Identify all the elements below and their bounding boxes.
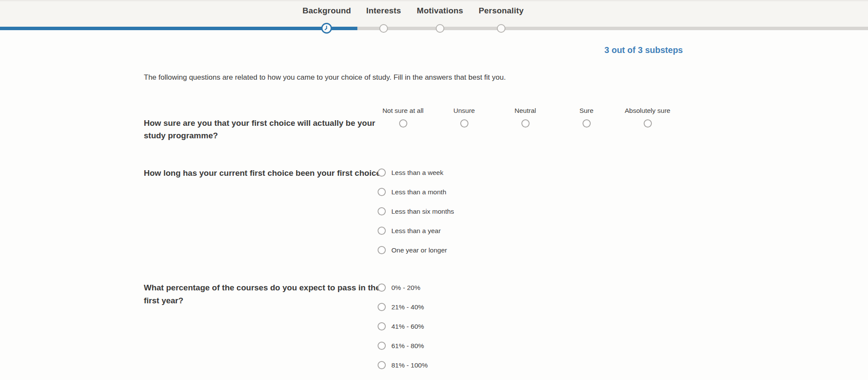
radio-q2-option-4[interactable] — [378, 227, 386, 235]
scale-column: Unsure — [434, 106, 495, 128]
question-text-1: How sure are you that your first choice … — [144, 117, 387, 142]
scale-label: Sure — [580, 106, 594, 115]
scale-column: Absolutely sure — [617, 106, 678, 128]
option-row[interactable]: Less than a year — [378, 227, 454, 235]
option-label: One year or longer — [391, 246, 447, 254]
radio-q2-option-1[interactable] — [378, 168, 386, 177]
option-label: Less than six months — [391, 207, 454, 215]
option-label: 81% - 100% — [391, 361, 428, 369]
scale-label: Unsure — [453, 106, 475, 115]
substeps-counter: 3 out of 3 substeps — [425, 45, 683, 55]
option-label: 61% - 80% — [391, 342, 424, 350]
radio-q1-not-sure-at-all[interactable] — [399, 119, 407, 128]
radio-q3-option-5[interactable] — [378, 361, 386, 369]
step-circle-background-active[interactable] — [321, 23, 332, 34]
scale-column: Neutral — [495, 106, 556, 128]
scale-column: Sure — [556, 106, 617, 128]
survey-page: Background Interests Motivations Persona… — [0, 0, 868, 380]
intro-text: The following questions are related to h… — [144, 73, 682, 82]
step-circle-personality[interactable] — [497, 24, 505, 33]
radio-q2-option-5[interactable] — [378, 246, 386, 254]
radio-q1-unsure[interactable] — [460, 119, 468, 128]
option-label: Less than a week — [391, 168, 443, 177]
option-label: 21% - 40% — [391, 303, 424, 311]
option-label: Less than a month — [391, 188, 446, 196]
scale-group-q1: Not sure at all Unsure Neutral Sure Abso… — [372, 106, 678, 128]
radio-q3-option-2[interactable] — [378, 303, 386, 311]
clock-icon — [322, 24, 331, 32]
option-row[interactable]: Less than a month — [378, 188, 454, 196]
option-row[interactable]: 21% - 40% — [378, 303, 428, 311]
radio-q3-option-4[interactable] — [378, 342, 386, 350]
radio-q2-option-2[interactable] — [378, 188, 386, 196]
scale-column: Not sure at all — [372, 106, 434, 128]
scale-label: Absolutely sure — [625, 106, 670, 115]
option-row[interactable]: 61% - 80% — [378, 342, 428, 350]
option-row[interactable]: 0% - 20% — [378, 283, 428, 292]
option-row[interactable]: One year or longer — [378, 246, 454, 254]
radio-q2-option-3[interactable] — [378, 207, 386, 215]
progress-track — [0, 27, 868, 30]
progress-fill — [0, 27, 357, 30]
scale-label: Neutral — [515, 106, 536, 115]
option-label: Less than a year — [391, 227, 441, 235]
radio-q1-neutral[interactable] — [521, 119, 530, 128]
step-circle-motivations[interactable] — [436, 24, 444, 33]
question-text-3: What percentage of the courses do you ex… — [144, 281, 387, 307]
option-row[interactable]: 81% - 100% — [378, 361, 428, 369]
step-label-personality[interactable]: Personality — [462, 6, 540, 16]
option-label: 0% - 20% — [391, 283, 420, 292]
option-label: 41% - 60% — [391, 322, 424, 330]
step-circle-interests[interactable] — [379, 24, 388, 33]
option-row[interactable]: 41% - 60% — [378, 322, 428, 330]
option-row[interactable]: Less than six months — [378, 207, 454, 215]
radio-q3-option-3[interactable] — [378, 322, 386, 330]
radio-q3-option-1[interactable] — [378, 283, 386, 292]
option-row[interactable]: Less than a week — [378, 168, 454, 177]
radio-q1-absolutely-sure[interactable] — [644, 119, 652, 128]
radio-q1-sure[interactable] — [583, 119, 591, 128]
scale-label: Not sure at all — [382, 106, 424, 115]
options-group-q3: 0% - 20% 21% - 40% 41% - 60% 61% - 80% 8… — [378, 283, 428, 380]
options-group-q2: Less than a week Less than a month Less … — [378, 168, 454, 265]
